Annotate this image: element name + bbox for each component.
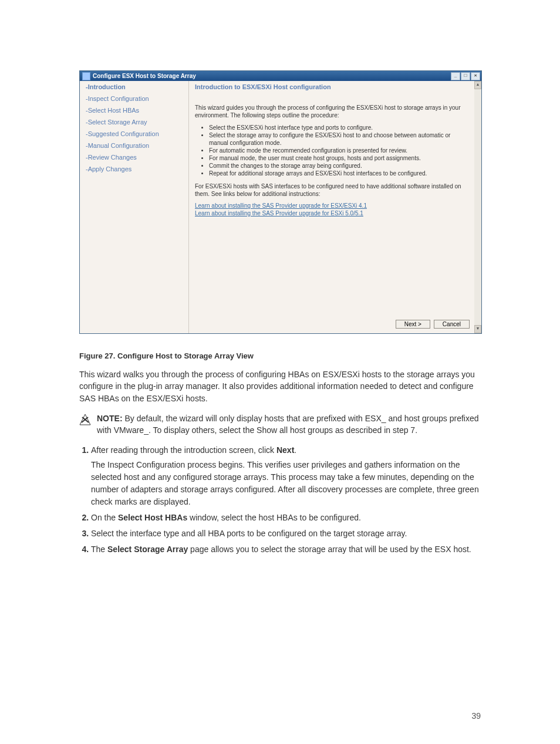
window-controls: _ □ × xyxy=(450,72,480,80)
list-item: Select the storage array to configure th… xyxy=(209,131,468,147)
step1-detail: The Inspect Configuration process begins… xyxy=(91,459,481,508)
minimize-button[interactable]: _ xyxy=(451,72,460,80)
wizard-step-review[interactable]: -Review Changes xyxy=(86,154,188,161)
wizard-step-introduction[interactable]: -Introduction xyxy=(86,83,188,90)
scroll-up-icon[interactable]: ▲ xyxy=(474,81,481,89)
window-title: Configure ESX Host to Storage Array xyxy=(93,73,196,79)
window-titlebar: Configure ESX Host to Storage Array _ □ … xyxy=(80,71,481,81)
list-item: Commit the changes to the storage array … xyxy=(209,162,468,170)
cancel-button[interactable]: Cancel xyxy=(434,320,470,329)
figure-caption: Figure 27. Configure Host to Storage Arr… xyxy=(79,351,481,360)
list-item: The Select Storage Array page allows you… xyxy=(91,543,481,556)
sas-link-41[interactable]: Learn about installing the SAS Provider … xyxy=(195,202,367,209)
next-button[interactable]: Next > xyxy=(396,320,430,329)
note-icon xyxy=(79,414,91,425)
list-item: Repeat for additional storage arrays and… xyxy=(209,170,468,177)
window-icon xyxy=(82,72,90,80)
body-paragraph: This wizard walks you through the proces… xyxy=(79,368,481,404)
wizard-content: Introduction to ESX/ESXi Host configurat… xyxy=(189,81,481,333)
note-label: NOTE: xyxy=(97,414,123,423)
wizard-button-bar: Next > Cancel xyxy=(396,320,470,329)
note-block: NOTE: By default, the wizard will only d… xyxy=(79,412,481,437)
list-item: Select the ESX/ESXi host interface type … xyxy=(209,124,468,131)
wizard-step-select-hbas[interactable]: -Select Host HBAs xyxy=(86,107,188,114)
list-item: On the Select Host HBAs window, select t… xyxy=(91,512,481,524)
list-item: For manual mode, the user must create ho… xyxy=(209,154,468,162)
wizard-window: Configure ESX Host to Storage Array _ □ … xyxy=(79,70,482,334)
procedure-ordered-list: After reading through the introduction s… xyxy=(79,444,481,556)
list-item: After reading through the introduction s… xyxy=(91,444,481,508)
note-body: By default, the wizard will only display… xyxy=(97,414,479,435)
procedure-list: Select the ESX/ESXi host interface type … xyxy=(209,124,468,177)
maximize-button[interactable]: □ xyxy=(461,72,470,80)
wizard-step-select-storage[interactable]: -Select Storage Array xyxy=(86,119,188,126)
page-number: 39 xyxy=(471,711,481,721)
note-text: NOTE: By default, the wizard will only d… xyxy=(97,412,481,437)
sas-link-50[interactable]: Learn about installing the SAS Provider … xyxy=(195,210,363,217)
content-scrollbar[interactable]: ▲ ▼ xyxy=(474,81,481,333)
close-button[interactable]: × xyxy=(471,72,480,80)
wizard-steps-sidebar: -Introduction -Inspect Configuration -Se… xyxy=(80,81,189,333)
wizard-step-inspect[interactable]: -Inspect Configuration xyxy=(86,95,188,102)
content-title: Introduction to ESX/ESXi Host configurat… xyxy=(195,83,468,90)
wizard-step-suggested[interactable]: -Suggested Configuration xyxy=(86,130,188,137)
wizard-step-apply[interactable]: -Apply Changes xyxy=(86,165,188,173)
scroll-down-icon[interactable]: ▼ xyxy=(474,325,481,333)
sas-note: For ESX/ESXi hosts with SAS interfaces t… xyxy=(195,183,468,198)
list-item: For automatic mode the recommended confi… xyxy=(209,147,468,154)
wizard-step-manual[interactable]: -Manual Configuration xyxy=(86,142,188,149)
intro-paragraph: This wizard guides you through the proce… xyxy=(195,104,468,119)
list-item: Select the interface type and all HBA po… xyxy=(91,527,481,540)
